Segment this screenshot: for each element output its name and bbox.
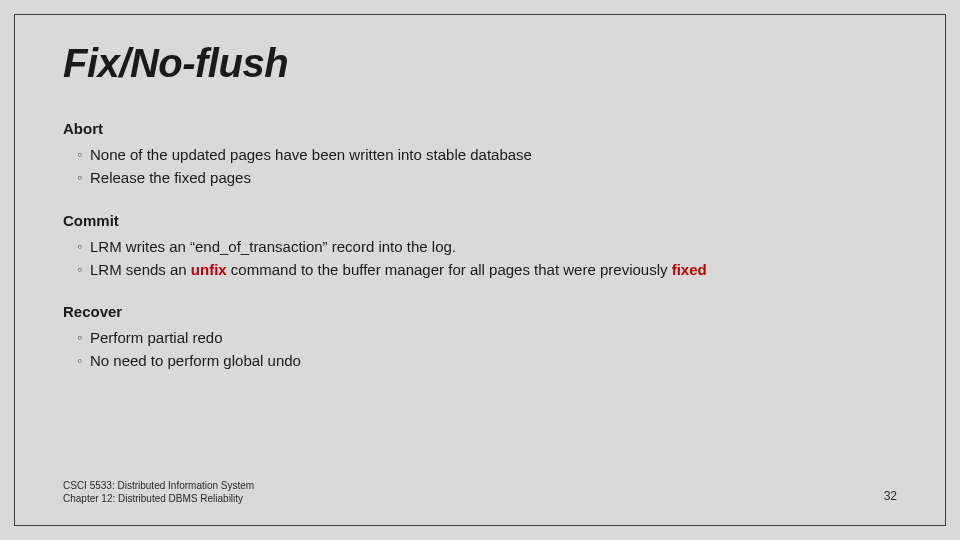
text-emphasis: fixed xyxy=(672,261,707,278)
heading-recover: Recover xyxy=(63,303,897,320)
heading-commit: Commit xyxy=(63,212,897,229)
list-item: LRM writes an “end_of_transaction” recor… xyxy=(77,235,897,258)
page-number: 32 xyxy=(884,489,897,503)
list-item: None of the updated pages have been writ… xyxy=(77,143,897,166)
abort-list: None of the updated pages have been writ… xyxy=(63,143,897,190)
text-emphasis: unfix xyxy=(191,261,227,278)
bullet-text: LRM writes an “end_of_transaction” recor… xyxy=(90,235,456,258)
text-run: LRM sends an xyxy=(90,261,191,278)
list-item: Release the fixed pages xyxy=(77,166,897,189)
slide-frame: Fix/No-flush Abort None of the updated p… xyxy=(14,14,946,526)
bullet-text: Release the fixed pages xyxy=(90,166,251,189)
recover-list: Perform partial redo No need to perform … xyxy=(63,326,897,373)
footer: CSCI 5533: Distributed Information Syste… xyxy=(63,479,254,505)
list-item: Perform partial redo xyxy=(77,326,897,349)
list-item: LRM sends an unfix command to the buffer… xyxy=(77,258,897,281)
section-commit: Commit LRM writes an “end_of_transaction… xyxy=(63,212,897,282)
slide-title: Fix/No-flush xyxy=(63,41,897,86)
bullet-text: Perform partial redo xyxy=(90,326,223,349)
footer-line: CSCI 5533: Distributed Information Syste… xyxy=(63,479,254,492)
commit-list: LRM writes an “end_of_transaction” recor… xyxy=(63,235,897,282)
text-run: command to the buffer manager for all pa… xyxy=(227,261,672,278)
heading-abort: Abort xyxy=(63,120,897,137)
footer-line: Chapter 12: Distributed DBMS Reliability xyxy=(63,492,254,505)
section-recover: Recover Perform partial redo No need to … xyxy=(63,303,897,373)
list-item: No need to perform global undo xyxy=(77,349,897,372)
bullet-text: None of the updated pages have been writ… xyxy=(90,143,532,166)
bullet-text: LRM sends an unfix command to the buffer… xyxy=(90,258,707,281)
bullet-text: No need to perform global undo xyxy=(90,349,301,372)
section-abort: Abort None of the updated pages have bee… xyxy=(63,120,897,190)
